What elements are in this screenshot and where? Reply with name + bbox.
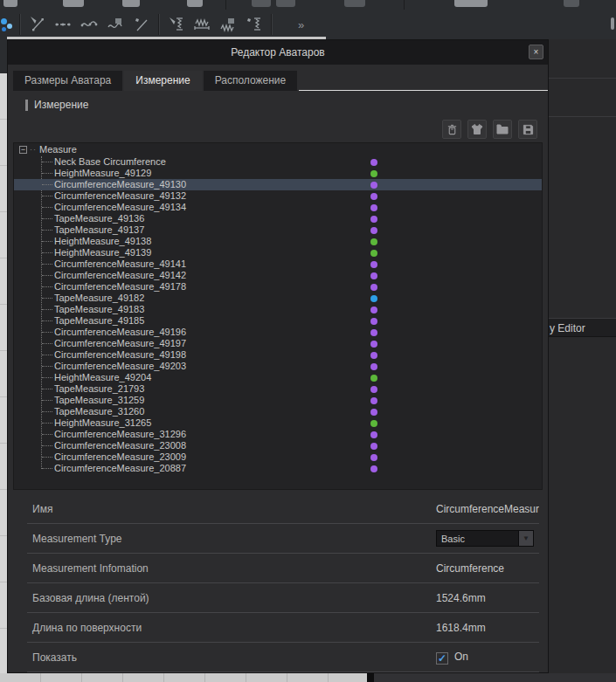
- open-folder-icon[interactable]: [493, 120, 512, 139]
- purple-color-dot: [370, 284, 377, 291]
- tree-root-row[interactable]: − ·· Measure: [14, 143, 542, 156]
- section-header: Измерение: [25, 98, 88, 112]
- tree-item-label: TapeMeasure_49182: [54, 293, 144, 303]
- app-colored-icon[interactable]: [0, 13, 16, 36]
- tab-arrangement[interactable]: Расположение: [204, 71, 298, 91]
- canvas-grid: [0, 673, 367, 682]
- scrollbar-nub[interactable]: [611, 17, 614, 30]
- toolbar-partial-icon[interactable]: [122, 0, 140, 7]
- green-color-dot: [370, 238, 377, 245]
- top-toolbar: »: [0, 0, 616, 39]
- tree-item[interactable]: HeightMeasure_49204: [14, 372, 542, 383]
- chevron-down-icon[interactable]: ▼: [518, 531, 533, 546]
- tree-item[interactable]: TapeMeasure_49182: [14, 293, 542, 304]
- field-value: CircumferenceMeasure_49130: [436, 503, 539, 515]
- pen-spring-icon[interactable]: [241, 13, 267, 36]
- tree-item[interactable]: HeightMeasure_49139: [14, 247, 542, 258]
- form-row: Показать✓On: [27, 643, 539, 672]
- spring-box-icon[interactable]: [215, 13, 241, 36]
- tree-item[interactable]: CircumferenceMeasure_20887: [14, 463, 542, 474]
- toolbar-partial-icon[interactable]: [187, 0, 203, 7]
- tree-item[interactable]: CircumferenceMeasure_49196: [14, 327, 542, 338]
- tree-item[interactable]: CircumferenceMeasure_49197: [14, 338, 542, 349]
- pointer-spring-icon[interactable]: [163, 13, 189, 36]
- tree-item[interactable]: TapeMeasure_49137: [14, 224, 542, 236]
- tree-item[interactable]: CircumferenceMeasure_49203: [14, 361, 542, 372]
- toolbar-partial-icon[interactable]: [3, 0, 17, 7]
- tree-item-label: CircumferenceMeasure_31296: [54, 429, 186, 439]
- background-bottom-strip: [0, 673, 616, 682]
- tree-item-label: CircumferenceMeasure_49197: [54, 338, 186, 348]
- tree-item[interactable]: HeightMeasure_31265: [14, 417, 542, 429]
- tree-item[interactable]: CircumferenceMeasure_49198: [14, 349, 542, 361]
- tree-item[interactable]: CircumferenceMeasure_49141: [14, 258, 542, 270]
- curve-box-icon[interactable]: [102, 13, 128, 36]
- toolbar-overflow-chevron[interactable]: »: [298, 18, 302, 31]
- tree-item-label: HeightMeasure_49138: [54, 236, 151, 246]
- purple-color-dot: [370, 272, 377, 279]
- tree-item[interactable]: TapeMeasure_49185: [14, 315, 542, 327]
- measurement-tree[interactable]: − ·· Measure Neck Base CircumferenceHeig…: [13, 142, 543, 490]
- green-color-dot: [370, 375, 377, 382]
- toolbar-partial-icon[interactable]: [63, 0, 84, 7]
- tab-avatar-sizes[interactable]: Размеры Аватара: [13, 71, 122, 91]
- dotted-line-icon[interactable]: [50, 13, 76, 36]
- field-value: 1524.6mm: [436, 592, 539, 604]
- tree-item-label: CircumferenceMeasure_49142: [54, 270, 186, 280]
- tree-item[interactable]: Neck Base Circumference: [14, 156, 542, 168]
- tree-item[interactable]: CircumferenceMeasure_49134: [14, 202, 542, 213]
- curve-icon[interactable]: [76, 13, 102, 36]
- tree-item[interactable]: TapeMeasure_31259: [14, 395, 542, 406]
- tree-item-label: TapeMeasure_31259: [54, 395, 144, 405]
- tree-item[interactable]: CircumferenceMeasure_49130: [14, 179, 542, 190]
- purple-color-dot: [370, 454, 377, 461]
- tree-item[interactable]: TapeMeasure_49136: [14, 213, 542, 224]
- field-value: Circumference: [436, 562, 539, 575]
- tree-item-label: TapeMeasure_49137: [54, 224, 144, 235]
- purple-color-dot: [370, 397, 377, 404]
- tree-root-label: Measure: [39, 143, 77, 156]
- tree-item-label: TapeMeasure_49185: [54, 315, 144, 326]
- toolbar-partial-icon[interactable]: [344, 0, 365, 7]
- pen-line-icon[interactable]: [128, 13, 155, 36]
- show-checkbox[interactable]: ✓: [436, 652, 448, 665]
- tree-item[interactable]: TapeMeasure_31260: [14, 406, 542, 417]
- field-label: Показать: [27, 651, 436, 664]
- dialog-titlebar[interactable]: Редактор Аватаров ×: [8, 40, 548, 65]
- save-icon[interactable]: [518, 120, 537, 139]
- tree-item[interactable]: TapeMeasure_21793: [14, 383, 542, 395]
- tree-item[interactable]: TapeMeasure_49183: [14, 304, 542, 315]
- measurement-type-dropdown[interactable]: Basic▼: [436, 530, 534, 547]
- property-editor-header[interactable]: y Editor: [549, 318, 616, 337]
- tree-item[interactable]: CircumferenceMeasure_49142: [14, 270, 542, 281]
- tree-item[interactable]: CircumferenceMeasure_23008: [14, 440, 542, 451]
- tree-item[interactable]: CircumferenceMeasure_49178: [14, 281, 542, 293]
- tree-item-label: HeightMeasure_49139: [54, 247, 151, 258]
- delete-icon[interactable]: [442, 120, 461, 139]
- tree-item[interactable]: CircumferenceMeasure_31296: [14, 429, 542, 440]
- section-marker: [25, 100, 28, 111]
- shirt-icon[interactable]: [467, 120, 487, 139]
- pointer-line-icon[interactable]: [24, 13, 50, 36]
- toolbar-partial-icon[interactable]: [564, 0, 579, 7]
- field-value: Basic▼: [436, 530, 539, 547]
- tree-item-label: TapeMeasure_21793: [54, 383, 144, 394]
- tree-item[interactable]: HeightMeasure_49138: [14, 236, 542, 247]
- tree-item[interactable]: HeightMeasure_49129: [14, 168, 542, 179]
- purple-color-dot: [370, 352, 377, 359]
- toolbar-separator: [19, 14, 20, 35]
- tree-item[interactable]: CircumferenceMeasure_49132: [14, 190, 542, 202]
- dialog-title: Редактор Аватаров: [231, 46, 324, 59]
- purple-color-dot: [370, 204, 377, 211]
- tab-measurement[interactable]: Измерение: [124, 71, 201, 91]
- toolbar-partial-icon[interactable]: [454, 0, 488, 7]
- toolbar-partial-icon[interactable]: [252, 0, 271, 7]
- collapse-icon[interactable]: −: [19, 146, 27, 154]
- tree-item-label: TapeMeasure_49183: [54, 304, 144, 314]
- close-icon[interactable]: ×: [529, 45, 543, 59]
- background-canvas-strip: [0, 73, 7, 673]
- tree-item[interactable]: CircumferenceMeasure_23009: [14, 451, 542, 463]
- spring-icon[interactable]: [189, 13, 215, 36]
- toolbar-partial-icon[interactable]: [276, 0, 295, 7]
- purple-color-dot: [370, 329, 377, 336]
